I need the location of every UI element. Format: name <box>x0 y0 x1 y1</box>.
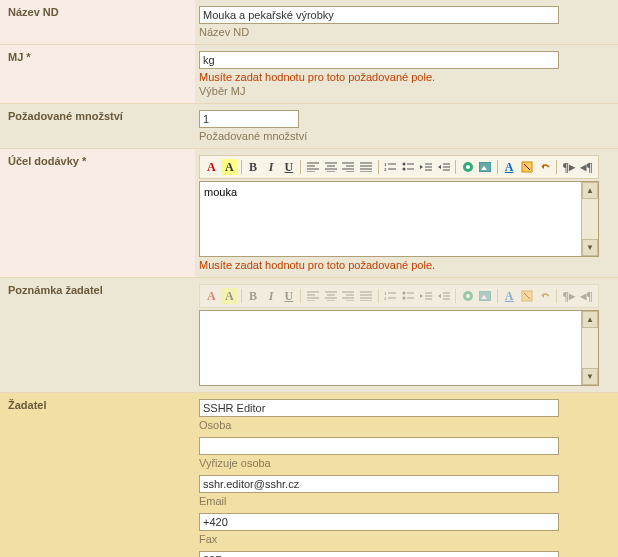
poznamka-editor: A A B I U 12 <box>199 284 599 386</box>
link-icon <box>460 288 475 304</box>
svg-point-20 <box>402 163 405 166</box>
mnozstvi-input[interactable] <box>199 110 299 128</box>
label-nazev-nd: Název ND <box>0 0 195 44</box>
indent-icon[interactable] <box>436 159 451 175</box>
label-ucel: Účel dodávky * <box>0 149 195 277</box>
outdent-icon <box>418 288 433 304</box>
font-color-icon: A <box>204 288 219 304</box>
undo-icon[interactable] <box>537 159 552 175</box>
mj-input[interactable] <box>199 51 559 69</box>
fax-input[interactable] <box>199 513 559 531</box>
svg-rect-34 <box>479 162 491 172</box>
ucel-toolbar: A A B I U 12 <box>199 155 599 179</box>
svg-point-22 <box>402 168 405 171</box>
link-icon[interactable] <box>460 159 475 175</box>
row-ucel: Účel dodávky * A A B I U 12 <box>0 148 618 277</box>
align-justify-icon[interactable] <box>359 159 374 175</box>
align-right-icon <box>341 288 356 304</box>
list-ol-icon: 12 <box>383 288 398 304</box>
mnozstvi-hint: Požadované množství <box>199 130 610 142</box>
outdent-icon[interactable] <box>418 159 433 175</box>
scrollbar[interactable]: ▲ ▼ <box>581 182 598 256</box>
italic-icon: I <box>264 288 279 304</box>
list-ul-icon <box>401 288 416 304</box>
highlight-icon: A <box>222 288 237 304</box>
align-left-icon <box>305 288 320 304</box>
ltr-icon: ¶▸ <box>561 288 576 304</box>
row-mnozstvi: Požadované množství Požadované množství <box>0 103 618 148</box>
align-center-icon[interactable] <box>323 159 338 175</box>
mj-hint: Výběr MJ <box>199 85 610 97</box>
scroll-down-icon[interactable]: ▼ <box>582 368 598 385</box>
image-icon[interactable] <box>478 159 493 175</box>
scroll-down-icon[interactable]: ▼ <box>582 239 598 256</box>
scrollbar[interactable]: ▲ ▼ <box>581 311 598 385</box>
row-poznamka: Poznámka žadatel A A B I U 12 <box>0 277 618 392</box>
svg-marker-28 <box>438 165 441 169</box>
form: Název ND Název ND MJ * Musíte zadat hodn… <box>0 0 618 557</box>
label-zadatel: Žadatel <box>0 393 195 557</box>
list-ul-icon[interactable] <box>401 159 416 175</box>
scroll-up-icon[interactable]: ▲ <box>582 311 598 328</box>
poznamka-textarea[interactable] <box>200 311 580 385</box>
list-ol-icon[interactable]: 12 <box>383 159 398 175</box>
underline-icon: U <box>281 288 296 304</box>
fax-hint: Fax <box>199 533 610 545</box>
label-poznamka: Poznámka žadatel <box>0 278 195 392</box>
align-right-icon[interactable] <box>341 159 356 175</box>
indent-icon <box>436 288 451 304</box>
svg-text:2: 2 <box>384 167 387 172</box>
svg-marker-67 <box>438 294 441 298</box>
poznamka-toolbar: A A B I U 12 <box>199 284 599 308</box>
link-text-icon: A <box>502 288 517 304</box>
highlight-icon[interactable]: A <box>222 159 237 175</box>
email-hint: Email <box>199 495 610 507</box>
osoba-input[interactable] <box>199 399 559 417</box>
font-color-icon[interactable]: A <box>204 159 219 175</box>
rtl-icon: ◂¶ <box>579 288 594 304</box>
scroll-up-icon[interactable]: ▲ <box>582 182 598 199</box>
ucel-error: Musíte zadat hodnotu pro toto požadované… <box>199 259 610 271</box>
mobil-input[interactable] <box>199 551 559 557</box>
italic-icon[interactable]: I <box>264 159 279 175</box>
row-nazev-nd: Název ND Název ND <box>0 0 618 44</box>
clear-format-icon <box>520 288 535 304</box>
label-mnozstvi: Požadované množství <box>0 104 195 148</box>
bold-icon: B <box>246 288 261 304</box>
image-icon <box>478 288 493 304</box>
undo-icon <box>537 288 552 304</box>
clear-format-icon[interactable] <box>520 159 535 175</box>
svg-point-33 <box>466 165 470 169</box>
svg-marker-63 <box>420 294 423 298</box>
ltr-icon[interactable]: ¶▸ <box>561 159 576 175</box>
align-center-icon <box>323 288 338 304</box>
label-mj: MJ * <box>0 45 195 103</box>
align-left-icon[interactable] <box>305 159 320 175</box>
mj-error: Musíte zadat hodnotu pro toto požadované… <box>199 71 610 83</box>
svg-point-61 <box>402 297 405 300</box>
ucel-editor: A A B I U 12 <box>199 155 599 257</box>
svg-point-59 <box>402 292 405 295</box>
osoba-hint: Osoba <box>199 419 610 431</box>
row-mj: MJ * Musíte zadat hodnotu pro toto požad… <box>0 44 618 103</box>
nazev-nd-input[interactable] <box>199 6 559 24</box>
vyrizuje-hint: Vyřizuje osoba <box>199 457 610 469</box>
vyrizuje-input[interactable] <box>199 437 559 455</box>
rtl-icon[interactable]: ◂¶ <box>579 159 594 175</box>
svg-marker-24 <box>420 165 423 169</box>
bold-icon[interactable]: B <box>246 159 261 175</box>
email-input[interactable] <box>199 475 559 493</box>
ucel-textarea[interactable] <box>200 182 580 256</box>
align-justify-icon <box>359 288 374 304</box>
svg-point-72 <box>466 294 470 298</box>
link-text-icon[interactable]: A <box>502 159 517 175</box>
nazev-nd-hint: Název ND <box>199 26 610 38</box>
svg-rect-73 <box>479 291 491 301</box>
underline-icon[interactable]: U <box>281 159 296 175</box>
row-zadatel: Žadatel Osoba Vyřizuje osoba Email Fax M… <box>0 392 618 557</box>
svg-text:2: 2 <box>384 296 387 301</box>
